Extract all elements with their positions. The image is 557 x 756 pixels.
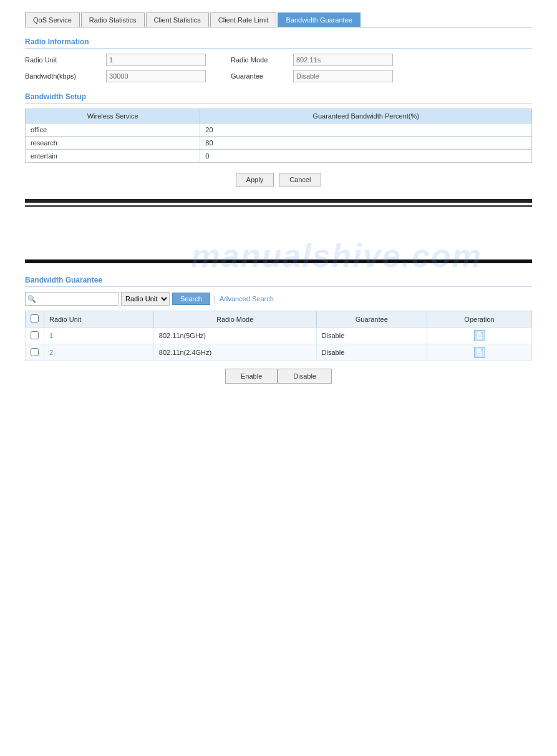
select-all-checkbox[interactable] — [31, 314, 39, 322]
search-row: 🔍 Radio Unit Search | Advanced Search — [25, 292, 532, 306]
row2-edit-icon[interactable]: 📄 — [474, 347, 485, 358]
enable-button[interactable]: Enable — [225, 369, 278, 384]
row1-radio-unit-link[interactable]: 1 — [49, 332, 53, 339]
enable-disable-row: Enable Disable — [25, 369, 532, 384]
col-operation: Operation — [427, 311, 532, 327]
col-wireless-service: Wireless Service — [26, 109, 200, 124]
bw-percent-entertain[interactable] — [200, 150, 532, 163]
radio-unit-label: Radio Unit — [25, 56, 106, 64]
apply-button[interactable]: Apply — [236, 173, 274, 187]
radio-mode-input[interactable] — [293, 54, 393, 66]
bw-row-research: research — [26, 137, 532, 150]
tab-client-statistics[interactable]: Client Statistics — [146, 12, 209, 27]
cancel-button[interactable]: Cancel — [279, 173, 321, 187]
bw-percent-research[interactable] — [200, 137, 532, 150]
radio-unit-select[interactable]: Radio Unit — [121, 292, 170, 306]
row2-radio-unit-link[interactable]: 2 — [49, 349, 53, 356]
row2-checkbox[interactable] — [31, 348, 39, 356]
col-radio-unit: Radio Unit — [44, 311, 154, 327]
row1-radio-mode: 802.11n(5GHz) — [153, 327, 316, 344]
result-table: Radio Unit Radio Mode Guarantee Operatio… — [25, 311, 532, 361]
bw-service-entertain: entertain — [26, 150, 200, 163]
bw-service-office: office — [26, 124, 200, 137]
search-icon: 🔍 — [27, 295, 36, 303]
row2-guarantee: Disable — [316, 344, 427, 361]
row1-checkbox-cell — [26, 327, 44, 344]
radio-unit-input[interactable] — [106, 54, 206, 66]
search-button[interactable]: Search — [172, 293, 210, 305]
blank-space — [25, 210, 532, 259]
radio-mode-label: Radio Mode — [231, 56, 293, 64]
divider-1 — [25, 199, 532, 203]
main-tabs: QoS Service Radio Statistics Client Stat… — [25, 12, 532, 27]
col-guarantee: Guarantee — [316, 311, 427, 327]
search-input-wrap: 🔍 — [25, 292, 119, 306]
row1-checkbox[interactable] — [31, 331, 39, 339]
bandwidth-guarantee-bottom-title: Bandwidth Guarantee — [25, 276, 532, 287]
tab-qos-service[interactable]: QoS Service — [25, 12, 80, 27]
bandwidth-guarantee-bottom-section: Bandwidth Guarantee 🔍 Radio Unit Search … — [25, 276, 532, 384]
guarantee-pair: Guarantee — [231, 70, 393, 82]
bandwidth-label: Bandwidth(kbps) — [25, 72, 106, 80]
advanced-search-link[interactable]: Advanced Search — [220, 295, 274, 303]
bw-row-office: office — [26, 124, 532, 137]
guarantee-input[interactable] — [293, 70, 393, 82]
row2-checkbox-cell — [26, 344, 44, 361]
guarantee-label: Guarantee — [231, 72, 293, 80]
bw-service-research: research — [26, 137, 200, 150]
result-table-header: Radio Unit Radio Mode Guarantee Operatio… — [26, 311, 532, 327]
row1-edit-icon[interactable]: 📄 — [474, 330, 485, 341]
tab-client-rate-limit[interactable]: Client Rate Limit — [210, 12, 277, 27]
apply-cancel-row: Apply Cancel — [25, 173, 532, 187]
tab-bandwidth-guarantee[interactable]: Bandwidth Guarantee — [278, 12, 360, 27]
divider-2 — [25, 205, 532, 207]
disable-button[interactable]: Disable — [278, 369, 332, 384]
row1-operation: 📄 — [427, 327, 532, 344]
bandwidth-setup-section: Bandwidth Setup Wireless Service Guarant… — [25, 92, 532, 163]
row1-radio-unit: 1 — [44, 327, 154, 344]
radio-information-title: Radio Information — [25, 37, 532, 49]
bw-row-entertain: entertain — [26, 150, 532, 163]
col-radio-mode: Radio Mode — [153, 311, 316, 327]
tab-radio-statistics[interactable]: Radio Statistics — [81, 12, 145, 27]
bandwidth-input[interactable] — [106, 70, 206, 82]
row2-radio-mode: 802.11n(2.4GHz) — [153, 344, 316, 361]
row1-guarantee: Disable — [316, 327, 427, 344]
bandwidth-setup-title: Bandwidth Setup — [25, 92, 532, 104]
search-input[interactable] — [25, 292, 119, 306]
radio-mode-pair: Radio Mode — [231, 54, 393, 66]
result-row-1: 1 802.11n(5GHz) Disable 📄 — [26, 327, 532, 344]
bw-percent-office[interactable] — [200, 124, 532, 137]
col-checkbox — [26, 311, 44, 327]
bandwidth-setup-table: Wireless Service Guaranteed Bandwidth Pe… — [25, 109, 532, 163]
result-row-2: 2 802.11n(2.4GHz) Disable 📄 — [26, 344, 532, 361]
col-guaranteed-percent: Guaranteed Bandwidth Percent(%) — [200, 109, 532, 124]
radio-info-row-1: Radio Unit Radio Mode — [25, 54, 532, 66]
divider-3 — [25, 259, 532, 263]
row2-operation: 📄 — [427, 344, 532, 361]
row2-radio-unit: 2 — [44, 344, 154, 361]
radio-info-row-2: Bandwidth(kbps) Guarantee — [25, 70, 532, 82]
radio-information-section: Radio Information Radio Unit Radio Mode … — [25, 37, 532, 82]
pipe: | — [214, 294, 216, 303]
